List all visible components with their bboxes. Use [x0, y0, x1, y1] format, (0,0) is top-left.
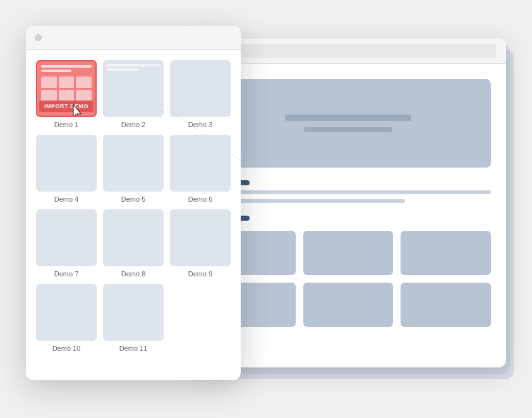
- demo-label-1: Demo 1: [36, 121, 97, 128]
- demo-label-9: Demo 9: [170, 270, 231, 278]
- demo-thumb-5[interactable]: [103, 135, 164, 192]
- demo-label-11: Demo 11: [103, 345, 164, 352]
- section-2: [205, 216, 491, 327]
- thumb-cell-6: [76, 90, 92, 101]
- front-browser-titlebar: [26, 26, 241, 50]
- demo-thumb-6[interactable]: [170, 135, 231, 192]
- demo-thumb-11[interactable]: [103, 284, 164, 341]
- thumb-bar-2: [41, 70, 71, 72]
- hero-block: [205, 79, 491, 168]
- demo-item-11[interactable]: Demo 11: [103, 284, 164, 352]
- demo-label-6: Demo 6: [170, 195, 231, 203]
- thumb-bar-d2-1: [107, 64, 160, 66]
- grid-cell-5: [303, 283, 394, 327]
- demo-label-2: Demo 2: [103, 121, 164, 128]
- demo-thumb-2[interactable]: [103, 60, 164, 117]
- demo-thumb-8[interactable]: [103, 209, 164, 266]
- demo-label-10: Demo 10: [36, 345, 97, 352]
- thumb-cell-2: [59, 77, 75, 88]
- demo-thumb-inner-1: [37, 61, 95, 105]
- front-dot: [35, 34, 42, 41]
- hero-line-long: [285, 114, 411, 121]
- demo-item-9[interactable]: Demo 9: [170, 209, 231, 278]
- demo-thumb-1[interactable]: IMPORT DEMO: [36, 60, 97, 117]
- thumb-cell-4: [41, 90, 57, 101]
- demo-item-4[interactable]: Demo 4: [36, 135, 97, 203]
- demo-thumb-4[interactable]: [36, 135, 97, 192]
- demo-item-8[interactable]: Demo 8: [103, 209, 164, 278]
- demo-item-1[interactable]: IMPORT DEMO Demo 1: [36, 60, 97, 128]
- thumb-cell-5: [59, 90, 75, 101]
- demo-item-2[interactable]: Demo 2: [103, 60, 164, 128]
- demo-grid: IMPORT DEMO Demo 1: [26, 50, 241, 362]
- demo-item-3[interactable]: Demo 3: [170, 60, 231, 128]
- grid-cell-3: [401, 231, 491, 275]
- demo-thumb-10[interactable]: [36, 284, 97, 341]
- demo-item-7[interactable]: Demo 7: [36, 209, 97, 278]
- scene: IMPORT DEMO Demo 1: [26, 26, 506, 393]
- thumb-cell-1: [41, 77, 57, 88]
- grid-cell-2: [303, 231, 394, 275]
- demo-label-8: Demo 8: [103, 270, 164, 278]
- thumb-bar-d2-2: [107, 68, 138, 71]
- demo-item-10[interactable]: Demo 10: [36, 284, 97, 352]
- demo-thumb-9[interactable]: [170, 209, 231, 266]
- section-1: [205, 180, 491, 203]
- demo-label-5: Demo 5: [103, 195, 164, 203]
- demo-label-4: Demo 4: [36, 195, 97, 203]
- front-browser-window: IMPORT DEMO Demo 1: [26, 26, 241, 380]
- cursor-icon: [71, 103, 86, 117]
- demo-label-7: Demo 7: [36, 270, 97, 278]
- demo-thumb-inner-2: [103, 60, 164, 75]
- hero-line-short: [304, 127, 392, 132]
- grid-section: [205, 231, 491, 327]
- thumb-bar-1: [41, 65, 92, 68]
- grid-cell-6: [401, 283, 491, 327]
- demo-thumb-3[interactable]: [170, 60, 231, 117]
- section-line-1: [205, 190, 491, 194]
- demo-thumb-7[interactable]: [36, 209, 97, 266]
- url-bar: [226, 44, 496, 58]
- demo-item-5[interactable]: Demo 5: [103, 135, 164, 203]
- demo-item-6[interactable]: Demo 6: [170, 135, 231, 203]
- demo-label-3: Demo 3: [170, 121, 231, 128]
- thumb-grid-1: [41, 77, 92, 101]
- thumb-cell-3: [76, 77, 92, 88]
